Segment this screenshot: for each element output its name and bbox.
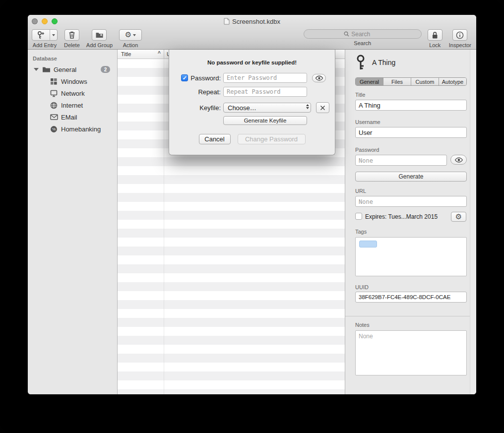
info-icon — [456, 31, 464, 39]
add-entry-button[interactable] — [32, 29, 58, 41]
tab-autotype[interactable]: Autotype — [439, 78, 466, 85]
lock-button[interactable] — [428, 29, 442, 41]
reveal-password-button[interactable] — [312, 74, 326, 82]
inspector-scrollbar[interactable] — [470, 50, 476, 394]
username-field[interactable] — [355, 127, 467, 138]
inspector-label: Inspector — [449, 42, 471, 48]
sidebar-item-label: Internet — [61, 102, 83, 109]
action-button[interactable]: ⚙ — [119, 29, 142, 41]
trash-icon — [68, 31, 76, 39]
popup-chevrons-icon — [306, 104, 309, 109]
inspector-tabs: General Files Custom Autotype — [355, 77, 467, 86]
expires-label: Expires: Tues...March 2015 — [365, 213, 447, 220]
delete-button[interactable] — [64, 29, 79, 41]
uuid-field[interactable] — [355, 292, 467, 303]
generate-keyfile-button[interactable]: Generate Keyfile — [223, 116, 307, 125]
expires-checkbox[interactable] — [355, 213, 362, 220]
inspector-panel: A Thing General Files Custom Autotype Ti… — [345, 50, 476, 394]
repeat-password-input[interactable] — [223, 87, 307, 97]
monitor-icon — [50, 89, 58, 98]
password-checkbox[interactable]: ✓ — [181, 74, 188, 81]
add-group-button[interactable] — [92, 29, 107, 41]
clear-keyfile-button[interactable] — [316, 102, 329, 113]
reveal-password-button[interactable] — [450, 155, 467, 165]
tab-general[interactable]: General — [356, 78, 383, 85]
sidebar-item-label: Homebanking — [61, 125, 101, 133]
search-field[interactable] — [304, 29, 422, 39]
sidebar-item-label: Network — [61, 90, 85, 97]
tab-custom[interactable]: Custom — [411, 78, 439, 85]
password-field[interactable] — [355, 155, 447, 166]
window-chrome: Screenshot.kdbx Add Entry — [28, 15, 476, 50]
keyfile-popup[interactable]: Choose… — [223, 103, 311, 113]
cancel-button-label: Cancel — [204, 135, 224, 143]
keyfile-row: Keyfile: Choose… — [169, 102, 335, 113]
entry-title: A Thing — [372, 59, 395, 66]
search-control: Search — [304, 29, 422, 46]
gear-icon: ⚙ — [125, 31, 131, 39]
change-password-sheet: No password or keyfile supplied! ✓ Passw… — [169, 50, 335, 155]
inspector-button[interactable] — [452, 29, 467, 41]
svg-text:%: % — [52, 127, 56, 131]
title-field[interactable] — [355, 100, 467, 111]
dialog-message: No password or keyfile supplied! — [169, 60, 335, 65]
expires-settings-button[interactable]: ⚙ — [451, 212, 466, 222]
sidebar-item-label: Windows — [61, 78, 87, 85]
sidebar-item-internet[interactable]: Internet — [28, 99, 117, 111]
disclosure-triangle-icon[interactable] — [34, 68, 39, 71]
sidebar-item-email[interactable]: EMail — [28, 111, 117, 123]
tag-chip[interactable] — [359, 241, 377, 247]
password-label: Password: — [190, 74, 221, 82]
generate-button-label: Generate — [398, 173, 423, 180]
keyfile-popup-value: Choose… — [228, 104, 256, 112]
cancel-button[interactable]: Cancel — [199, 134, 231, 144]
lock-icon — [431, 31, 439, 39]
search-input[interactable] — [351, 31, 381, 38]
entry-header: A Thing — [355, 55, 395, 70]
sidebar-item-homebanking[interactable]: % Homebanking — [28, 123, 117, 135]
sidebar-item-windows[interactable]: Windows — [28, 75, 117, 87]
keyfile-label: Keyfile: — [199, 104, 221, 112]
coin-percent-icon: % — [50, 125, 58, 133]
chevron-down-icon — [52, 34, 55, 36]
document-icon — [224, 18, 230, 25]
action-control: ⚙ Action — [119, 29, 142, 48]
close-x-icon — [320, 105, 325, 111]
desktop: Screenshot.kdbx Add Entry — [0, 0, 504, 433]
add-entry-dropdown[interactable] — [50, 30, 57, 40]
enter-password-input[interactable] — [223, 73, 307, 83]
url-field[interactable] — [355, 196, 467, 207]
inspector-divider — [345, 316, 470, 316]
tags-label: Tags — [355, 229, 367, 235]
lock-control: Lock — [428, 29, 442, 48]
sidebar-group-label: General — [54, 66, 76, 73]
globe-icon — [50, 101, 58, 110]
key-plus-icon — [32, 30, 50, 40]
delete-control: Delete — [64, 29, 80, 48]
folder-icon — [42, 65, 51, 74]
add-entry-label: Add Entry — [33, 42, 57, 48]
notes-field[interactable] — [355, 330, 467, 375]
delete-label: Delete — [64, 42, 80, 48]
app-window: Screenshot.kdbx Add Entry — [28, 15, 476, 394]
tab-files[interactable]: Files — [383, 78, 411, 85]
entry-count-badge: 2 — [101, 66, 110, 73]
sidebar: Database General 2 Windows — [28, 50, 118, 394]
generate-keyfile-label: Generate Keyfile — [244, 118, 287, 124]
change-password-button[interactable]: Change Password — [238, 134, 306, 144]
column-header-title[interactable]: Title — [121, 51, 131, 57]
sidebar-group-general[interactable]: General 2 — [28, 63, 117, 75]
sidebar-item-network[interactable]: Network — [28, 87, 117, 99]
tags-field[interactable] — [355, 237, 467, 276]
change-password-button-label: Change Password — [245, 135, 298, 143]
inspector-control: Inspector — [449, 29, 471, 48]
sidebar-header: Database — [28, 54, 117, 63]
table-column-line — [164, 59, 164, 394]
notes-label: Notes — [355, 322, 370, 328]
title-bar[interactable]: Screenshot.kdbx — [28, 15, 476, 28]
generate-password-button[interactable]: Generate — [355, 172, 467, 182]
window-title: Screenshot.kdbx — [232, 18, 280, 25]
uuid-label: UUID — [355, 284, 369, 290]
column-divider[interactable] — [164, 50, 164, 59]
search-label: Search — [354, 40, 371, 46]
